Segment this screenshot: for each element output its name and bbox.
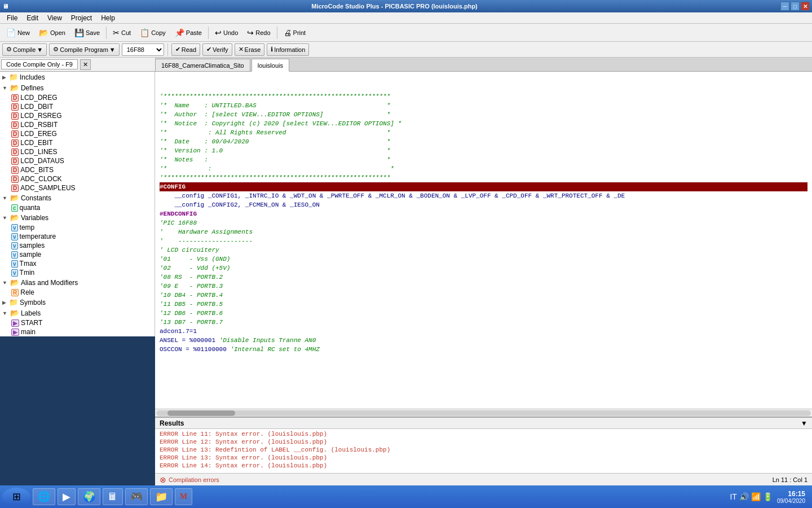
menu-view[interactable]: View xyxy=(43,12,67,23)
code-line: '* : All Rights Reserved * xyxy=(160,128,807,137)
code-compile-mode-button[interactable]: Code Compile Only - F9 xyxy=(1,59,78,69)
compile-program-button[interactable]: ⚙ Compile Program ▼ xyxy=(49,43,119,56)
tab-16f88-camera[interactable]: 16F88_CameraClimatica_Sito xyxy=(155,59,250,71)
sidebar-define-adc-bits[interactable]: DADC_BITS xyxy=(9,165,155,174)
network-icon[interactable]: 📶 xyxy=(751,492,761,501)
undo-button[interactable]: ↩ Undo xyxy=(211,25,242,40)
tab-louislouis[interactable]: louislouis xyxy=(251,59,289,72)
read-button[interactable]: ✔ Read xyxy=(171,43,200,56)
d-icon: D xyxy=(11,148,19,156)
includes-label: Includes xyxy=(20,73,45,81)
maximize-button[interactable]: □ xyxy=(791,2,800,11)
compile-dropdown-icon: ▼ xyxy=(37,46,43,53)
menu-project[interactable]: Project xyxy=(67,12,96,23)
sidebar-alias-rele[interactable]: RRele xyxy=(9,288,155,297)
sidebar-var-tmin[interactable]: vTmin xyxy=(9,268,155,277)
variables-arrow: ▼ xyxy=(2,215,7,221)
save-button[interactable]: 💾 Save xyxy=(70,25,104,40)
sidebar-var-tmax[interactable]: vTmax xyxy=(9,259,155,268)
new-button[interactable]: 📄 New xyxy=(2,25,34,40)
information-button[interactable]: ℹ Information xyxy=(267,43,309,56)
verify-button[interactable]: ✔ Verify xyxy=(202,43,232,56)
close-left-panel-button[interactable]: ✕ xyxy=(80,59,91,70)
start-button[interactable]: ⊞ xyxy=(2,488,30,506)
erase-button[interactable]: ✕ Erase xyxy=(235,43,265,56)
code-line: ' LCD circuitery xyxy=(160,246,807,255)
sidebar-item-defines[interactable]: ▼ 📂 Defines xyxy=(0,82,155,93)
taskbar-m[interactable]: M xyxy=(175,488,192,505)
menu-edit[interactable]: Edit xyxy=(22,12,43,23)
alias-children: RRele xyxy=(0,288,155,297)
sidebar-var-temperature[interactable]: vtemperature xyxy=(9,232,155,241)
battery-icon[interactable]: 🔋 xyxy=(763,492,773,501)
results-collapse-icon[interactable]: ▼ xyxy=(801,419,807,427)
defines-label: Defines xyxy=(21,84,44,92)
separator-1 xyxy=(106,27,107,39)
scrollbar-thumb[interactable] xyxy=(167,410,235,416)
separator-4 xyxy=(167,43,168,56)
code-editor[interactable]: '***************************************… xyxy=(155,72,812,409)
chip-selector[interactable]: 16F88 16F84A 16F628A xyxy=(122,43,164,56)
sidebar-define-lcd-rsbit[interactable]: DLCD_RSBIT xyxy=(9,120,155,129)
sidebar-item-includes[interactable]: ▶ 📁 Includes xyxy=(0,72,155,82)
undo-icon: ↩ xyxy=(215,28,222,37)
info-icon: ℹ xyxy=(271,46,273,53)
title-bar-buttons: ─ □ ✕ xyxy=(780,2,810,11)
taskbar-browser[interactable]: 🌍 xyxy=(78,488,100,505)
volume-icon[interactable]: 🔊 xyxy=(739,492,749,501)
menu-help[interactable]: Help xyxy=(96,12,120,23)
sidebar-label-start[interactable]: ▶START xyxy=(9,318,155,327)
code-line: ' -------------------- xyxy=(160,237,807,246)
taskbar-media[interactable]: ▶ xyxy=(58,488,76,505)
sidebar-item-symbols[interactable]: ▶ 📁 Symbols xyxy=(0,297,155,308)
copy-icon: 📋 xyxy=(140,28,149,37)
minimize-button[interactable]: ─ xyxy=(780,2,789,11)
sidebar-define-lcd-dataus[interactable]: DLCD_DATAUS xyxy=(9,156,155,165)
constants-children: cquanta xyxy=(0,203,155,212)
sidebar-constant-quanta[interactable]: cquanta xyxy=(9,203,155,212)
redo-icon: ↪ xyxy=(247,28,254,37)
copy-button[interactable]: 📋 Copy xyxy=(136,25,170,40)
paste-button[interactable]: 📌 Paste xyxy=(171,25,206,40)
sidebar-define-lcd-ereg[interactable]: DLCD_EREG xyxy=(9,129,155,138)
taskbar-calc[interactable]: 🖩 xyxy=(103,488,123,505)
redo-button[interactable]: ↪ Redo xyxy=(243,25,274,40)
sidebar-item-alias[interactable]: ▼ 📂 Alias and Modifiers xyxy=(0,277,155,288)
sidebar-define-adc-sampleus[interactable]: DADC_SAMPLEUS xyxy=(9,183,155,192)
separator-2 xyxy=(208,27,209,39)
close-button[interactable]: ✕ xyxy=(801,2,810,11)
compile-button[interactable]: ⚙ Compile ▼ xyxy=(2,43,47,56)
d-icon: D xyxy=(11,185,19,192)
taskbar-files[interactable]: 📁 xyxy=(150,488,173,505)
close-left-icon: ✕ xyxy=(83,61,88,68)
cut-button[interactable]: ✂ Cut xyxy=(109,25,135,40)
sidebar-item-variables[interactable]: ▼ 📂 Variables xyxy=(0,212,155,223)
open-button[interactable]: 📂 Open xyxy=(35,25,69,40)
constants-folder-icon: 📂 xyxy=(10,194,19,202)
sidebar-var-samples[interactable]: vsamples xyxy=(9,241,155,250)
sidebar-item-labels[interactable]: ▼ 📂 Labels xyxy=(0,308,155,318)
editor-tabs: 16F88_CameraClimatica_Sito louislouis xyxy=(155,58,812,72)
print-button[interactable]: 🖨 Print xyxy=(280,25,310,40)
code-line: __config _CONFIG2, _FCMEN_ON & _IESO_ON xyxy=(160,200,807,209)
title-bar-title: MicroCode Studio Plus - PICBASIC PRO (lo… xyxy=(8,3,780,10)
sidebar-define-lcd-rsreg[interactable]: DLCD_RSREG xyxy=(9,111,155,120)
error-line: ERROR Line 13: Redefintion of LABEL __co… xyxy=(160,446,807,454)
sidebar-item-constants[interactable]: ▼ 📂 Constants xyxy=(0,192,155,203)
sidebar-define-lcd-dbit[interactable]: DLCD_DBIT xyxy=(9,102,155,111)
menu-file[interactable]: File xyxy=(2,12,22,23)
code-line: '***************************************… xyxy=(160,92,807,101)
code-line: '* Notes : * xyxy=(160,155,807,164)
taskbar-ie[interactable]: 🌐 xyxy=(33,488,55,505)
sidebar-define-lcd-dreg[interactable]: DLCD_DREG xyxy=(9,93,155,102)
taskbar-app1[interactable]: 🎮 xyxy=(125,488,148,505)
sidebar-label-main[interactable]: ▶main xyxy=(9,327,155,336)
sidebar-define-lcd-lines[interactable]: DLCD_LINES xyxy=(9,147,155,156)
sidebar-define-lcd-ebit[interactable]: DLCD_EBIT xyxy=(9,138,155,147)
sidebar-var-sample[interactable]: vsample xyxy=(9,250,155,259)
sidebar-var-temp[interactable]: vtemp xyxy=(9,223,155,232)
code-line: '* Date : 09/04/2020 * xyxy=(160,137,807,146)
horizontal-scrollbar[interactable] xyxy=(155,409,812,417)
sidebar-define-adc-clock[interactable]: DADC_CLOCK xyxy=(9,174,155,183)
code-line: '* Version : 1.0 * xyxy=(160,146,807,155)
